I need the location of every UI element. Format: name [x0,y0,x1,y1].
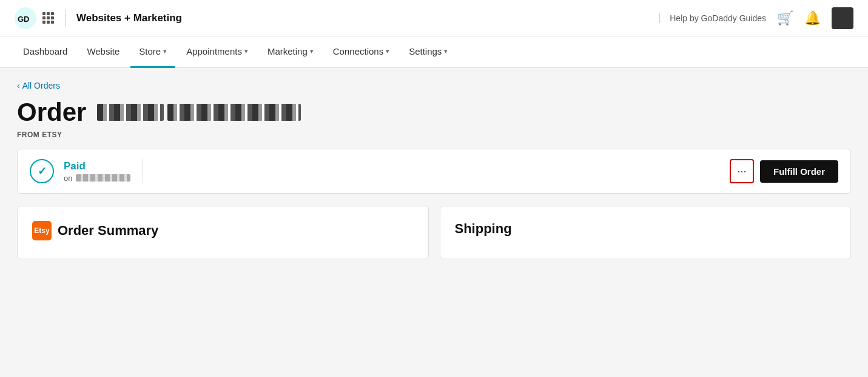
back-link[interactable]: ‹ All Orders [17,81,60,90]
connections-chevron-icon: ▾ [386,47,389,55]
nav-settings[interactable]: Settings ▾ [400,36,456,68]
top-bar: GD Websites + Marketing Help by GoDaddy … [0,0,868,36]
nav-divider [65,10,66,27]
store-chevron-icon: ▾ [163,47,167,55]
settings-chevron-icon: ▾ [444,47,448,55]
order-id-redacted [97,104,301,121]
logo-area: GD Websites + Marketing [15,7,182,29]
svg-text:GD: GD [18,15,30,24]
order-summary-title: Order Summary [58,223,158,239]
appointments-chevron-icon: ▾ [244,47,248,55]
main-nav: Dashboard Website Store ▾ Appointments ▾… [0,36,868,68]
shipping-title-row: Shipping [455,221,836,237]
date-value-redacted [76,174,130,182]
paid-status-icon: ✓ [30,159,54,183]
more-options-button[interactable]: ··· [730,159,754,183]
page-content: ‹ All Orders Order FROM ETSY ✓ Paid on ·… [0,68,868,377]
nav-marketing[interactable]: Marketing ▾ [259,36,322,68]
fulfill-order-button[interactable]: Fulfill Order [760,160,838,183]
status-card: ✓ Paid on ··· Fulfill Order [17,149,851,194]
back-chevron-icon: ‹ [17,81,20,90]
status-label: Paid [64,160,130,172]
date-prefix: on [64,174,72,183]
nav-dashboard[interactable]: Dashboard [15,36,76,68]
page-title-row: Order [17,98,851,127]
top-bar-right: Help by GoDaddy Guides 🛒 🔔 [659,7,853,29]
avatar[interactable] [832,7,853,29]
status-divider [143,159,143,183]
checkmark-icon: ✓ [38,165,47,178]
from-label: FROM ETSY [17,131,851,139]
page-title: Order [17,98,86,127]
order-summary-title-row: Etsy Order Summary [32,221,414,240]
nav-connections[interactable]: Connections ▾ [325,36,398,68]
godaddy-logo: GD [15,7,36,29]
brand-name: Websites + Marketing [76,12,182,24]
bottom-row: Etsy Order Summary Shipping [17,206,851,259]
etsy-badge: Etsy [32,221,52,240]
nav-appointments[interactable]: Appointments ▾ [178,36,257,68]
shipping-title: Shipping [455,221,512,237]
grid-icon[interactable] [42,12,54,24]
shipping-card: Shipping [440,206,852,259]
marketing-chevron-icon: ▾ [310,47,314,55]
cart-icon[interactable]: 🛒 [777,10,793,26]
back-label: All Orders [22,81,60,90]
bell-icon[interactable]: 🔔 [804,10,821,26]
status-date: on [64,174,130,183]
help-text: Help by GoDaddy Guides [659,13,766,23]
order-summary-card: Etsy Order Summary [17,206,429,259]
nav-website[interactable]: Website [78,36,128,68]
status-actions: ··· Fulfill Order [730,159,838,183]
status-info: Paid on [64,160,130,183]
nav-store[interactable]: Store ▾ [130,36,175,68]
